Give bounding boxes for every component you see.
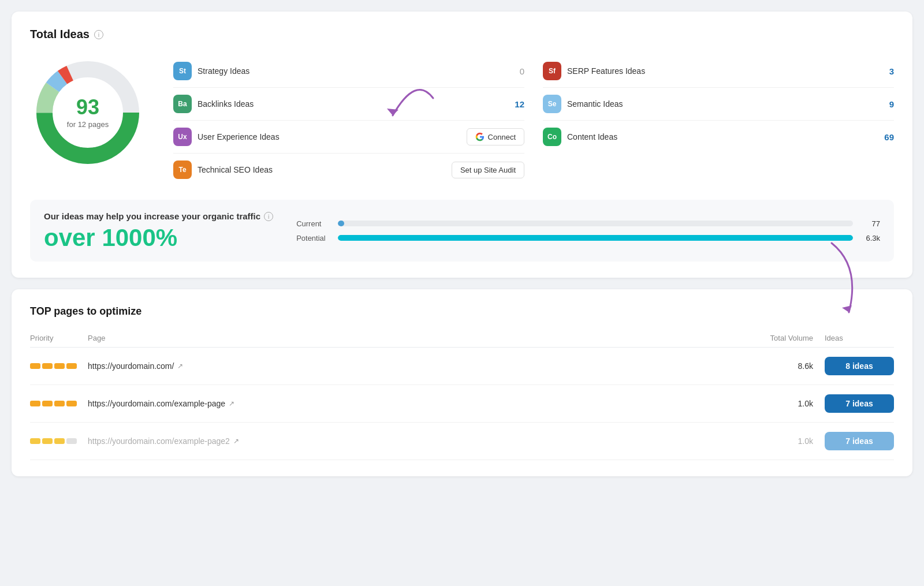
traffic-info-icon[interactable]: i	[264, 212, 273, 221]
page-url-3: https://yourdomain.com/example-page2 ↗	[88, 436, 750, 446]
strategy-name: Strategy Ideas	[198, 66, 501, 76]
total-ideas-info-icon[interactable]: i	[94, 30, 103, 39]
site-audit-button[interactable]: Set up Site Audit	[452, 162, 524, 178]
strategy-badge: St	[173, 62, 192, 80]
potential-bar-track	[338, 235, 853, 241]
header-ideas: Ideas	[825, 334, 894, 342]
idea-row-technical: Te Technical SEO Ideas Set up Site Audit	[173, 154, 524, 186]
potential-label: Potential	[296, 234, 331, 242]
strategy-count: 0	[507, 66, 524, 76]
connect-button[interactable]: Connect	[467, 128, 524, 145]
donut-center: 93 for 12 pages	[67, 97, 109, 129]
semantic-count: 9	[877, 99, 894, 109]
potential-bar-fill	[338, 235, 853, 241]
idea-row-ux: Ux User Experience Ideas Connect	[173, 121, 524, 154]
total-ideas-title: Total Ideas	[30, 28, 90, 41]
top-pages-title: TOP pages to optimize	[30, 305, 894, 318]
traffic-percent: over 1000%	[44, 226, 273, 250]
current-bar-row: Current 77	[296, 219, 880, 228]
donut-chart: 93 for 12 pages	[30, 55, 146, 170]
potential-value: 6.3k	[860, 234, 880, 242]
current-bar-track	[338, 221, 853, 226]
content-name: Content Ideas	[567, 132, 871, 141]
idea-row-backlinks: Ba Backlinks Ideas 12	[173, 88, 524, 121]
ux-name: User Experience Ideas	[198, 132, 461, 141]
ideas-button-1[interactable]: 8 ideas	[825, 357, 894, 375]
table-header: Priority Page Total Volume Ideas	[30, 329, 894, 348]
table-row: https://yourdomain.com/ ↗ 8.6k 8 ideas	[30, 348, 894, 385]
volume-1: 8.6k	[750, 361, 825, 371]
ux-badge: Ux	[173, 128, 192, 146]
content-badge: Co	[543, 128, 561, 146]
idea-row-content: Co Content Ideas 69	[543, 121, 894, 153]
traffic-bars: Current 77 Potential 6.3k	[296, 219, 880, 242]
header-priority: Priority	[30, 334, 88, 342]
ideas-button-3[interactable]: 7 ideas	[825, 432, 894, 450]
table-row: https://yourdomain.com/example-page ↗ 1.…	[30, 385, 894, 423]
connect-label: Connect	[488, 133, 516, 141]
potential-bar-row: Potential 6.3k	[296, 234, 880, 242]
donut-label: for 12 pages	[67, 120, 109, 129]
donut-count: 93	[67, 97, 109, 118]
backlinks-name: Backlinks Ideas	[198, 99, 501, 109]
header-volume: Total Volume	[750, 334, 825, 342]
idea-row-semantic: Se Semantic Ideas 9	[543, 88, 894, 121]
traffic-section: Our ideas may help you increase your org…	[30, 200, 894, 262]
current-value: 77	[860, 219, 880, 228]
table-row: https://yourdomain.com/example-page2 ↗ 1…	[30, 423, 894, 460]
semantic-badge: Se	[543, 95, 561, 113]
semantic-name: Semantic Ideas	[567, 99, 871, 109]
priority-indicator-2	[30, 401, 88, 406]
serp-badge: Sf	[543, 62, 561, 80]
traffic-title: Our ideas may help you increase your org…	[44, 211, 273, 221]
external-link-icon-2[interactable]: ↗	[229, 400, 234, 408]
priority-indicator-3	[30, 438, 88, 444]
serp-name: SERP Features Ideas	[567, 66, 871, 76]
volume-3: 1.0k	[750, 436, 825, 446]
content-count: 69	[877, 132, 894, 142]
ideas-button-2[interactable]: 7 ideas	[825, 394, 894, 413]
header-page: Page	[88, 334, 750, 342]
top-pages-card: TOP pages to optimize Priority Page Tota…	[12, 289, 912, 476]
technical-badge: Te	[173, 161, 192, 179]
current-bar-fill	[338, 221, 344, 226]
external-link-icon-3[interactable]: ↗	[233, 437, 239, 445]
google-icon	[475, 132, 485, 141]
priority-indicator-1	[30, 363, 88, 369]
page-url-1: https://yourdomain.com/ ↗	[88, 361, 750, 371]
backlinks-count: 12	[507, 99, 524, 109]
audit-label: Set up Site Audit	[460, 166, 516, 174]
backlinks-badge: Ba	[173, 95, 192, 113]
page-url-2: https://yourdomain.com/example-page ↗	[88, 399, 750, 408]
idea-row-serp: Sf SERP Features Ideas 3	[543, 55, 894, 88]
technical-name: Technical SEO Ideas	[198, 165, 446, 174]
current-label: Current	[296, 219, 331, 228]
serp-count: 3	[877, 66, 894, 76]
external-link-icon-1[interactable]: ↗	[177, 362, 183, 370]
volume-2: 1.0k	[750, 399, 825, 408]
idea-row-strategy: St Strategy Ideas 0	[173, 55, 524, 88]
